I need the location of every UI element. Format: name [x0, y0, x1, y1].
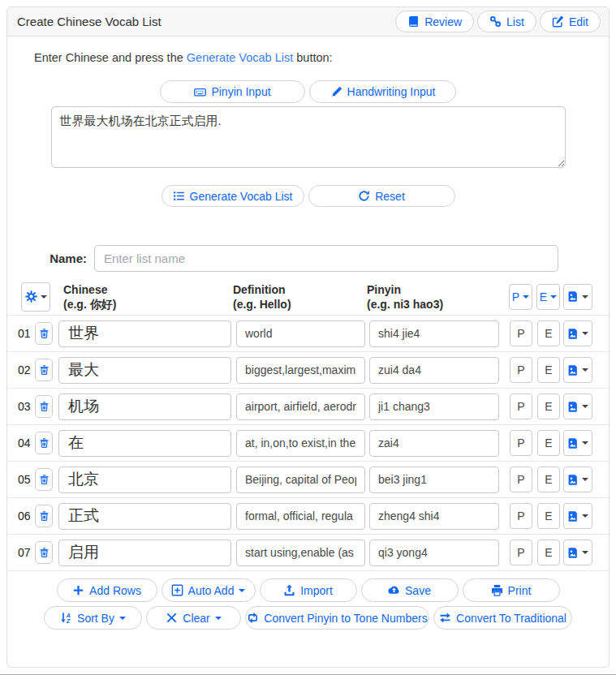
trash-icon [39, 401, 50, 412]
chinese-input[interactable] [58, 466, 231, 493]
row-image-dropdown[interactable] [563, 466, 592, 492]
convert-traditional-label: Convert To Traditional [456, 612, 566, 625]
sort-by-dropdown[interactable]: AZ Sort By [44, 606, 142, 630]
delete-row-button[interactable] [35, 505, 53, 527]
row-image-dropdown[interactable] [563, 540, 592, 565]
definition-input[interactable] [236, 393, 365, 420]
clear-dropdown[interactable]: Clear [146, 606, 241, 630]
row-pinyin-button[interactable]: P [510, 393, 532, 419]
convert-pinyin-tone-numbers-button[interactable]: Convert Pinyin to Tone Numbers [245, 606, 429, 630]
row-image-dropdown[interactable] [563, 357, 592, 383]
chinese-input[interactable] [58, 393, 231, 420]
sync-icon [358, 190, 370, 202]
vocab-row: 05 P E [7, 461, 609, 497]
clear-label: Clear [183, 612, 209, 625]
row-image-dropdown[interactable] [563, 320, 592, 346]
save-label: Save [405, 584, 431, 597]
add-rows-label: Add Rows [89, 584, 141, 597]
pinyin-input[interactable] [369, 393, 499, 420]
row-image-dropdown[interactable] [563, 430, 592, 456]
table-settings-button[interactable] [21, 282, 50, 312]
row-image-dropdown[interactable] [563, 393, 592, 419]
import-button[interactable]: Import [260, 578, 357, 602]
chinese-input[interactable] [58, 357, 231, 384]
row-english-button[interactable]: E [537, 466, 560, 492]
row-buttons: P E [510, 430, 592, 456]
pinyin-all-dropdown[interactable]: P [509, 284, 532, 310]
definition-input[interactable] [236, 540, 365, 566]
list-name-input[interactable] [94, 245, 558, 272]
chinese-text-input[interactable]: 世界最大机场在北京正式启用. [51, 106, 566, 168]
definition-input[interactable] [236, 430, 365, 457]
row-buttons: P E [510, 540, 592, 565]
save-button[interactable]: Save [361, 578, 459, 602]
row-buttons: P E [510, 466, 592, 492]
printer-icon [491, 584, 503, 596]
reset-button[interactable]: Reset [308, 185, 455, 207]
delete-row-button[interactable] [35, 359, 53, 381]
generate-vocab-list-link[interactable]: Generate Vocab List [187, 51, 293, 64]
create-vocab-list-card: Create Chinese Vocab List Review List Ed… [6, 6, 610, 668]
chinese-input[interactable] [58, 503, 231, 530]
print-button[interactable]: Print [463, 578, 560, 602]
row-english-button[interactable]: E [537, 540, 560, 565]
add-rows-button[interactable]: Add Rows [57, 578, 157, 602]
row-pinyin-label: P [517, 546, 524, 559]
delete-row-button[interactable] [35, 432, 53, 454]
row-image-dropdown[interactable] [563, 503, 592, 529]
caret-down-icon [582, 441, 588, 445]
pinyin-input[interactable] [369, 540, 499, 566]
pinyin-input-label: Pinyin Input [211, 85, 270, 98]
pinyin-input[interactable] [369, 503, 499, 530]
row-pinyin-button[interactable]: P [510, 503, 532, 529]
row-english-button[interactable]: E [537, 393, 560, 419]
definition-input[interactable] [236, 503, 365, 530]
row-pinyin-button[interactable]: P [510, 466, 532, 492]
delete-row-button[interactable] [35, 541, 53, 564]
handwriting-input-button[interactable]: Handwriting Input [309, 80, 456, 103]
row-pinyin-button[interactable]: P [510, 320, 532, 346]
edit-button[interactable]: Edit [540, 11, 601, 32]
definition-input[interactable] [236, 357, 365, 384]
convert-to-traditional-button[interactable]: Convert To Traditional [433, 606, 572, 630]
definition-input[interactable] [236, 320, 365, 347]
row-number: 01 [18, 327, 32, 340]
row-pinyin-button[interactable]: P [510, 357, 532, 383]
vocab-row: 07 P E [7, 534, 609, 570]
pinyin-input[interactable] [369, 357, 499, 384]
row-buttons: P E [510, 393, 592, 419]
row-pinyin-button[interactable]: P [510, 430, 532, 456]
import-label: Import [300, 584, 333, 597]
definition-input[interactable] [236, 466, 365, 493]
caret-down-icon [582, 514, 588, 518]
english-all-dropdown[interactable]: E [536, 284, 560, 310]
row-english-button[interactable]: E [537, 320, 560, 346]
auto-add-label: Auto Add [188, 584, 235, 597]
row-english-button[interactable]: E [537, 357, 560, 383]
column-header-chinese: Chinese (e.g. 你好) [63, 282, 233, 312]
row-buttons: P E [510, 357, 592, 383]
row-pinyin-button[interactable]: P [510, 540, 532, 565]
row-english-button[interactable]: E [537, 430, 560, 456]
delete-row-button[interactable] [35, 468, 53, 491]
page-title: Create Chinese Vocab List [17, 15, 395, 28]
caret-down-icon [582, 405, 588, 408]
row-number: 03 [18, 400, 32, 413]
chinese-input[interactable] [58, 320, 231, 347]
pinyin-input[interactable] [369, 320, 499, 347]
instruction-suffix: button: [293, 51, 332, 64]
pinyin-input[interactable] [369, 430, 499, 457]
delete-row-button[interactable] [35, 395, 53, 418]
delete-row-button[interactable] [35, 322, 53, 345]
chinese-input[interactable] [58, 540, 231, 566]
pinyin-input[interactable] [369, 466, 499, 493]
list-button[interactable]: List [477, 11, 536, 32]
chinese-input[interactable] [58, 430, 231, 457]
generate-vocab-list-button[interactable]: Generate Vocab List [162, 185, 304, 207]
pinyin-input-button[interactable]: Pinyin Input [160, 80, 305, 103]
auto-add-dropdown[interactable]: Auto Add [162, 578, 256, 602]
image-all-dropdown[interactable] [563, 284, 592, 310]
list-icon [173, 190, 185, 202]
row-english-button[interactable]: E [537, 503, 560, 529]
review-button[interactable]: Review [395, 11, 474, 32]
